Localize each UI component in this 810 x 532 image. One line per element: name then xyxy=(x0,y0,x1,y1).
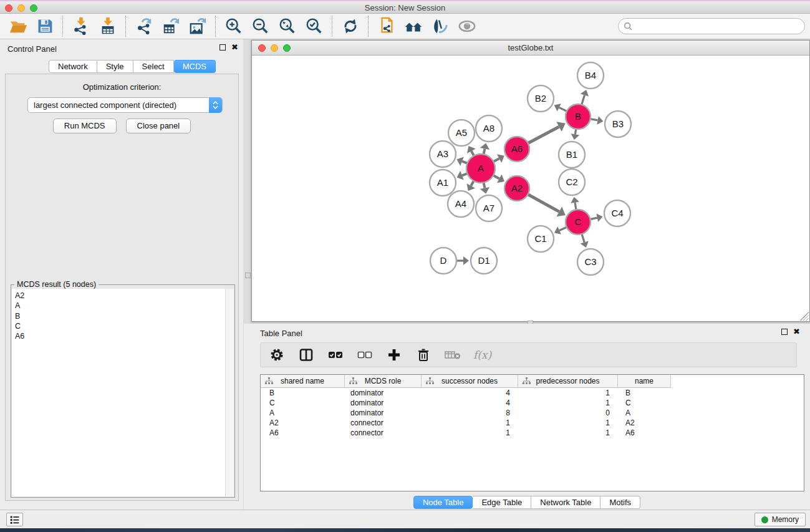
table-cell: C xyxy=(261,398,345,408)
result-scrollbar[interactable] xyxy=(225,289,234,496)
network-node-A5[interactable]: A5 xyxy=(448,120,475,146)
table-close-panel-icon[interactable]: ✖ xyxy=(793,329,800,335)
network-node-C1[interactable]: C1 xyxy=(528,226,554,252)
column-header-name[interactable]: name xyxy=(618,375,671,388)
table-row[interactable]: A2connector11A2 xyxy=(261,418,804,428)
tab-mcds[interactable]: MCDS xyxy=(174,60,216,73)
close-panel-button[interactable]: Close panel xyxy=(126,118,191,133)
search-input[interactable] xyxy=(633,20,804,32)
network-node-B[interactable]: B xyxy=(566,104,591,129)
zoom-out-icon[interactable] xyxy=(251,17,270,36)
delete-column-icon[interactable] xyxy=(415,346,432,364)
open-session-icon[interactable] xyxy=(8,17,27,36)
zoom-fit-icon[interactable] xyxy=(277,17,297,36)
mcds-result-list[interactable]: A2ABCA6 xyxy=(12,289,225,496)
network-from-selection-icon[interactable] xyxy=(377,17,396,36)
network-node-A[interactable]: A xyxy=(466,154,495,183)
tab-style[interactable]: Style xyxy=(97,60,133,73)
table-cell: dominator xyxy=(345,388,422,398)
table-cell: connector xyxy=(345,428,422,438)
table-row[interactable]: Cdominator41C xyxy=(261,398,804,408)
search-icon xyxy=(624,22,633,31)
network-node-A6[interactable]: A6 xyxy=(504,137,529,162)
network-node-B4[interactable]: B4 xyxy=(577,62,604,89)
network-node-A7[interactable]: A7 xyxy=(476,195,502,221)
table-row[interactable]: A6connector11A6 xyxy=(261,428,804,438)
import-table-icon[interactable] xyxy=(98,17,117,36)
network-node-C[interactable]: C xyxy=(566,210,591,235)
table-row[interactable]: Adominator80A xyxy=(261,408,804,418)
result-list-item[interactable]: A6 xyxy=(15,331,225,341)
tab-select[interactable]: Select xyxy=(133,60,174,73)
tab-node-table[interactable]: Node Table xyxy=(413,496,473,509)
memory-label: Memory xyxy=(772,515,799,524)
svg-text:A5: A5 xyxy=(456,127,467,138)
deselect-all-icon[interactable] xyxy=(356,346,374,364)
import-network-icon[interactable] xyxy=(71,17,90,36)
zoom-selected-icon[interactable] xyxy=(304,17,324,36)
search-box[interactable] xyxy=(618,18,805,34)
vizmapper-icon[interactable] xyxy=(430,17,450,36)
column-header-predecessor-nodes[interactable]: predecessor nodes xyxy=(518,375,618,388)
network-node-D1[interactable]: D1 xyxy=(471,248,497,274)
table-panel-title: Table Panel xyxy=(260,329,302,338)
export-table-icon[interactable] xyxy=(161,17,180,36)
column-visibility-icon[interactable] xyxy=(297,346,315,364)
table-cell: 1 xyxy=(518,428,618,438)
export-network-icon[interactable] xyxy=(134,17,153,36)
table-cell: connector xyxy=(345,418,422,428)
hide-panel-icon[interactable] xyxy=(457,17,476,36)
settings-gear-icon[interactable] xyxy=(268,346,286,364)
desktop-background xyxy=(0,528,810,532)
tab-motifs[interactable]: Motifs xyxy=(600,496,640,509)
network-node-B1[interactable]: B1 xyxy=(559,142,585,168)
svg-text:C4: C4 xyxy=(611,208,623,218)
result-list-item[interactable]: A2 xyxy=(15,291,225,301)
network-node-D[interactable]: D xyxy=(430,248,456,274)
criterion-dropdown[interactable]: largest connected component (directed) xyxy=(27,97,223,113)
result-list-item[interactable]: A xyxy=(15,301,225,311)
network-node-A4[interactable]: A4 xyxy=(448,191,474,217)
network-node-B3[interactable]: B3 xyxy=(605,111,631,137)
vertical-splitter-grip[interactable] xyxy=(245,273,251,278)
home-icon[interactable] xyxy=(403,17,423,36)
close-panel-icon[interactable]: ✖ xyxy=(231,44,238,51)
network-node-C4[interactable]: C4 xyxy=(604,200,630,226)
column-header-shared-name[interactable]: shared name xyxy=(261,375,345,388)
network-canvas[interactable]: B4B2BB3A5A8A6A3B1AA1C2A2A4A7CC4C1C3DD1 xyxy=(252,56,809,321)
network-node-A3[interactable]: A3 xyxy=(430,141,456,167)
network-node-B2[interactable]: B2 xyxy=(528,85,554,112)
table-row[interactable]: Bdominator41B xyxy=(261,388,804,398)
table-cell: A6 xyxy=(618,428,671,438)
select-all-icon[interactable] xyxy=(327,346,344,364)
svg-text:B2: B2 xyxy=(535,93,546,104)
float-panel-icon[interactable] xyxy=(219,44,226,51)
table-float-panel-icon[interactable] xyxy=(781,329,788,335)
tab-network-table[interactable]: Network Table xyxy=(531,496,600,509)
network-node-C3[interactable]: C3 xyxy=(577,249,604,275)
result-list-item[interactable]: C xyxy=(15,321,225,331)
network-window-titlebar[interactable]: testGlobe.txt xyxy=(252,41,809,56)
column-header-successor-nodes[interactable]: successor nodes xyxy=(422,375,518,388)
task-history-button[interactable] xyxy=(6,513,23,526)
network-node-C2[interactable]: C2 xyxy=(559,169,585,195)
tab-network[interactable]: Network xyxy=(49,60,97,73)
save-session-icon[interactable] xyxy=(35,17,54,36)
tab-edge-table[interactable]: Edge Table xyxy=(473,496,531,509)
table-cell: 8 xyxy=(422,408,518,418)
refresh-layout-icon[interactable] xyxy=(340,17,360,36)
network-node-A2[interactable]: A2 xyxy=(504,176,529,201)
column-header-MCDS-role[interactable]: MCDS role xyxy=(345,375,422,388)
window-resize-grip[interactable] xyxy=(800,312,809,321)
table-header-row: shared nameMCDS rolesuccessor nodesprede… xyxy=(261,375,804,388)
network-node-A1[interactable]: A1 xyxy=(430,170,456,196)
network-node-A8[interactable]: A8 xyxy=(476,115,502,142)
result-list-item[interactable]: B xyxy=(15,311,225,321)
memory-button[interactable]: Memory xyxy=(755,513,806,526)
add-column-icon[interactable] xyxy=(385,346,403,364)
table-cell: A2 xyxy=(261,418,345,428)
export-image-icon[interactable] xyxy=(188,17,207,36)
function-builder-icon: f(x) xyxy=(473,349,491,361)
run-mcds-button[interactable]: Run MCDS xyxy=(53,118,117,133)
zoom-in-icon[interactable] xyxy=(224,17,243,36)
